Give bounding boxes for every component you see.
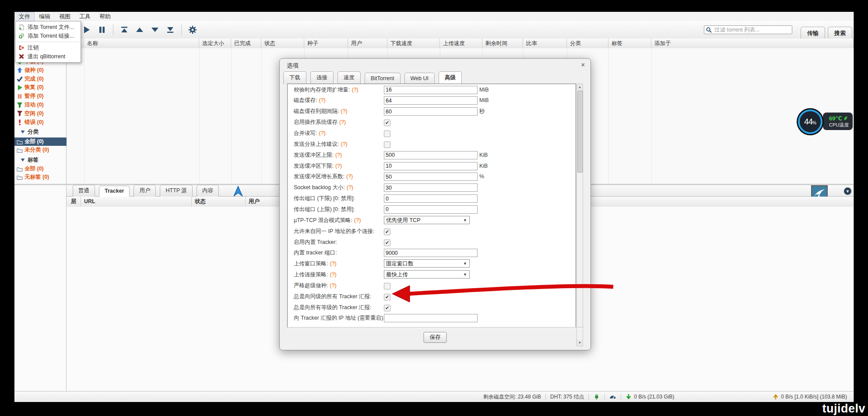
panel-tab-4[interactable]: 内容 bbox=[197, 185, 219, 197]
options-row-1-input[interactable] bbox=[384, 96, 478, 105]
options-row-0-input[interactable] bbox=[384, 86, 478, 94]
help-link[interactable]: (?) bbox=[330, 261, 336, 267]
chevron-down-icon[interactable]: ▼ bbox=[844, 187, 851, 195]
dialog-close-button[interactable]: × bbox=[581, 61, 585, 68]
sidebar-filter-3[interactable]: 恢复 (0) bbox=[14, 83, 67, 92]
torrent-column-header[interactable]: 分类 bbox=[567, 39, 608, 48]
torrent-column-header[interactable]: 添加于 bbox=[651, 39, 854, 48]
help-link[interactable]: (?) bbox=[335, 152, 342, 158]
options-row-8-input[interactable] bbox=[384, 173, 478, 181]
options-row-9-input[interactable] bbox=[384, 183, 478, 192]
options-row-17-select[interactable]: 最快上传 bbox=[384, 270, 470, 279]
options-row-5-checkbox[interactable] bbox=[384, 141, 390, 148]
torrent-column-header[interactable]: 状态 bbox=[261, 39, 304, 48]
help-link[interactable]: (?) bbox=[319, 130, 325, 136]
alt-speed-gauge-icon[interactable] bbox=[609, 393, 616, 400]
menu-item-1[interactable]: 编辑 bbox=[35, 12, 55, 21]
menu-item-0[interactable]: 文件 bbox=[14, 12, 35, 21]
connection-status-icon[interactable] bbox=[593, 393, 600, 400]
sidebar-filter-7[interactable]: 错误 (0) bbox=[14, 118, 67, 127]
file-menu-item-1[interactable]: 添加 Torrent 链接... bbox=[16, 32, 81, 40]
file-menu-item-3[interactable]: 退出 qBittorrent bbox=[16, 52, 81, 61]
sidebar-filter-6[interactable]: 空闲 (0) bbox=[14, 109, 67, 118]
options-row-3-checkbox[interactable] bbox=[384, 120, 390, 126]
nav-arrow-icon[interactable] bbox=[233, 186, 243, 197]
sidebar-filter-2[interactable]: 完成 (0) bbox=[14, 75, 67, 83]
help-link[interactable]: (?) bbox=[341, 141, 347, 147]
help-link[interactable]: (?) bbox=[351, 87, 358, 93]
help-link[interactable]: (?) bbox=[319, 97, 325, 103]
options-row-15-input[interactable] bbox=[384, 249, 478, 257]
options-tab-3[interactable]: BitTorrent bbox=[365, 73, 401, 84]
options-tab-2[interactable]: 速度 bbox=[337, 71, 361, 84]
sidebar-filter-1[interactable]: 做种 (0) bbox=[14, 66, 67, 74]
options-tab-1[interactable]: 连接 bbox=[310, 71, 334, 84]
scroll-down-icon[interactable]: ▼ bbox=[577, 340, 583, 346]
torrent-column-header[interactable]: 已完成 bbox=[231, 39, 261, 48]
torrent-column-header[interactable]: 选定大小 bbox=[199, 39, 231, 48]
sidebar-tags-header[interactable]: 标签 bbox=[14, 156, 67, 164]
options-row-10-input[interactable] bbox=[384, 194, 478, 203]
options-row-14-checkbox[interactable] bbox=[384, 240, 390, 246]
help-link[interactable]: (?) bbox=[354, 217, 361, 223]
sidebar-categories-header[interactable]: 分类 bbox=[14, 128, 67, 136]
help-link[interactable]: (?) bbox=[330, 282, 336, 289]
torrent-column-header[interactable]: 比率 bbox=[523, 39, 567, 48]
help-link[interactable]: (?) bbox=[346, 173, 353, 180]
dialog-scrollbar[interactable]: ▲ ▼ bbox=[576, 84, 583, 346]
options-row-18-checkbox[interactable] bbox=[384, 283, 390, 289]
help-link[interactable]: (?) bbox=[330, 271, 336, 278]
help-link[interactable]: (?) bbox=[341, 108, 347, 114]
save-button[interactable]: 保存 bbox=[424, 332, 447, 343]
move-down-icon[interactable] bbox=[151, 25, 159, 34]
tracker-column-header[interactable]: 状态 bbox=[192, 197, 246, 207]
tracker-column-header[interactable]: URL bbox=[81, 197, 192, 207]
torrent-filter-box[interactable] bbox=[704, 25, 792, 34]
help-link[interactable]: (?) bbox=[339, 119, 346, 125]
sidebar-category-1[interactable]: 未分类 (0) bbox=[14, 146, 67, 154]
torrent-filter-input[interactable] bbox=[713, 26, 790, 33]
torrent-column-header[interactable]: 剩余时间 bbox=[482, 39, 523, 48]
sidebar-category-0[interactable]: 全部 (0) bbox=[14, 137, 67, 146]
options-row-6-input[interactable] bbox=[384, 151, 478, 159]
options-row-19-checkbox[interactable] bbox=[384, 294, 390, 300]
help-link[interactable]: (?) bbox=[335, 163, 342, 169]
torrent-column-header[interactable]: 名称 bbox=[84, 39, 199, 48]
options-row-16-select[interactable]: 固定窗口数 bbox=[384, 259, 470, 268]
options-row-2-input[interactable] bbox=[384, 107, 478, 116]
file-menu-item-2[interactable]: 注销 bbox=[16, 43, 81, 52]
options-tab-5[interactable]: 高级 bbox=[439, 71, 462, 84]
options-row-7-input[interactable] bbox=[384, 162, 478, 170]
pause-icon[interactable] bbox=[98, 25, 106, 34]
menu-item-3[interactable]: 工具 bbox=[75, 12, 95, 21]
panel-tab-1[interactable]: Tracker bbox=[99, 186, 130, 197]
settings-gear-icon[interactable] bbox=[188, 25, 197, 34]
sidebar-filter-5[interactable]: 活动 (0) bbox=[14, 101, 67, 109]
options-row-4-checkbox[interactable] bbox=[384, 130, 390, 137]
options-row-11-input[interactable] bbox=[384, 205, 478, 214]
sidebar-tag-1[interactable]: 无标签 (0) bbox=[14, 173, 67, 181]
options-row-21-input[interactable] bbox=[384, 314, 478, 322]
torrent-column-header[interactable]: 种子 bbox=[304, 39, 348, 48]
panel-tab-2[interactable]: 用户 bbox=[134, 185, 156, 197]
resume-icon[interactable] bbox=[82, 25, 91, 34]
scrollbar-thumb[interactable] bbox=[577, 91, 583, 173]
torrent-column-header[interactable]: 标签 bbox=[608, 39, 651, 48]
move-up-icon[interactable] bbox=[135, 25, 144, 34]
options-row-20-checkbox[interactable] bbox=[384, 305, 390, 311]
options-tab-4[interactable]: Web UI bbox=[404, 73, 435, 84]
move-bottom-icon[interactable] bbox=[166, 25, 175, 34]
scroll-up-icon[interactable]: ▲ bbox=[577, 84, 583, 90]
file-menu-item-0[interactable]: 添加 Torrent 文件... bbox=[16, 23, 81, 32]
menu-item-4[interactable]: 帮助 bbox=[95, 12, 115, 21]
panel-tab-0[interactable]: 普通 bbox=[73, 185, 95, 197]
options-tab-0[interactable]: 下载 bbox=[283, 71, 306, 84]
torrent-column-header[interactable]: 上传速度 bbox=[440, 39, 482, 48]
panel-tab-3[interactable]: HTTP 源 bbox=[160, 185, 192, 197]
torrent-column-header[interactable]: 下载速度 bbox=[387, 39, 440, 48]
options-row-13-checkbox[interactable] bbox=[384, 229, 390, 235]
help-link[interactable]: (?) bbox=[347, 184, 353, 190]
tracker-column-header[interactable]: 层级 bbox=[68, 197, 81, 207]
options-row-12-select[interactable]: 优先使用 TCP bbox=[384, 216, 470, 224]
move-top-icon[interactable] bbox=[120, 25, 129, 34]
